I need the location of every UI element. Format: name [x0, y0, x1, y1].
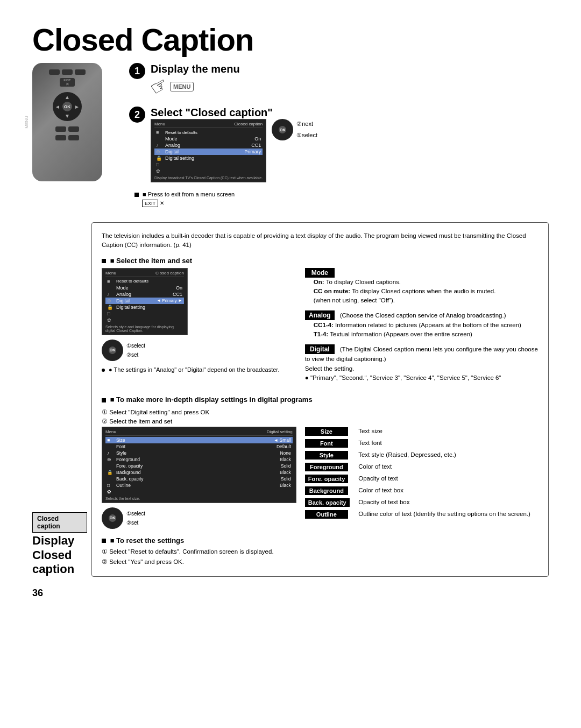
reset-title: ■ To reset the settings	[102, 536, 539, 545]
setting-row-background: Background Color of text box	[305, 486, 539, 498]
bullet-dot-icon	[102, 369, 105, 372]
set-label-3: ②set	[126, 520, 145, 526]
mode-mute-text: CC on mute: To display Closed captions w…	[314, 287, 539, 296]
setting-row-style: Style Text style (Raised, Depressed, etc…	[305, 450, 539, 462]
analog-label: Analog	[305, 310, 335, 320]
reset-step-2: ② Select "Yes" and press OK.	[102, 557, 539, 568]
font-desc: Text font	[358, 439, 539, 450]
step-1-row: 1 Display the menu ☞ MENU	[129, 63, 549, 98]
digital-menu-row: ■Size◄ Small	[105, 437, 293, 443]
setting-row-outline: Outline Outline color of text (Identify …	[305, 510, 539, 521]
reset-steps: ① Select "Reset to defaults". Confirmati…	[102, 547, 539, 568]
t14-desc: Textual information (Appears over the en…	[330, 331, 472, 337]
bullet-icon	[102, 259, 106, 263]
sidebar-title-line2: Closed	[32, 548, 87, 562]
menu-header-right: Closed caption	[234, 122, 263, 126]
two-col-layout: Menu Closed caption ■Reset to defaults M…	[102, 268, 539, 388]
back-opacity-desc: Opacity of text box	[358, 498, 539, 510]
nav-row-3: OK ①select ②set	[102, 507, 296, 529]
remote-button	[68, 135, 79, 140]
digital-menu: Menu Digital setting ■Size◄ Small FontDe…	[102, 427, 296, 503]
reset-title-text: ■ To reset the settings	[110, 536, 185, 545]
digital-step2: ② Select the item and set	[102, 417, 539, 426]
remote-button	[49, 69, 60, 75]
nav-labels-2: ①select ②set	[126, 343, 145, 358]
t14-label: T1-4:	[314, 331, 328, 337]
remote-button	[75, 69, 86, 75]
exit-button-remote: EXIT ✕	[60, 78, 75, 87]
left-panel: Menu Closed caption ■Reset to defaults M…	[102, 268, 296, 374]
digital-menu-table: ■Size◄ Small FontDefault ♪StyleNone ⊕For…	[105, 437, 293, 495]
menu-header-right: Closed caption	[155, 271, 184, 275]
style-desc: Text style (Raised, Depressed, etc.)	[358, 450, 539, 462]
remote-button	[55, 126, 66, 132]
digital-menu-row: □OutlineBlack	[105, 482, 293, 489]
mode-label: Mode	[305, 268, 335, 278]
ok-button: OK	[62, 102, 72, 111]
sidebar-title-line3: caption	[32, 562, 87, 576]
analog-desc: (Choose the Closed caption service of An…	[340, 312, 506, 319]
select-item-menu: Menu Closed caption ■Reset to defaults M…	[102, 268, 188, 335]
menu-hand-icon: ☞ MENU	[151, 75, 240, 98]
dpad: ▲ ▼ ◄ ► OK	[53, 92, 82, 121]
page-title: Closed Caption	[32, 22, 549, 58]
nav-row: OK ②next ①select	[272, 119, 317, 140]
page-number-area: 36	[32, 588, 549, 599]
bullet-icon-2	[102, 398, 106, 402]
digital-block: Digital (The Digital Closed caption menu…	[305, 344, 539, 383]
digital-menu-header-left: Menu	[105, 429, 116, 434]
mode-on-text: On: To display Closed captions.	[314, 278, 539, 287]
digital-left: Menu Digital setting ■Size◄ Small FontDe…	[102, 427, 296, 529]
digital-programs-title-text: ■ To make more in-depth display settings…	[110, 395, 313, 404]
digital-label: Digital	[305, 344, 335, 354]
bullet-icon	[134, 193, 139, 197]
exit-badge: EXIT	[142, 200, 158, 207]
mode-mute-label: CC on mute:	[314, 288, 350, 294]
background-desc: Color of text box	[358, 486, 539, 498]
nav-ok: OK	[279, 126, 286, 133]
select-info: ②next ①select	[296, 121, 317, 139]
step2-menu: Menu Closed caption ■Reset to defaults M…	[151, 119, 266, 182]
menu-screen: Menu Closed caption ■Reset to defaults M…	[151, 119, 266, 182]
select-item-table: ■Reset to defaults ModeOn ♪AnalogCC1 ⊕Di…	[105, 278, 184, 323]
mode-mute-desc: To display Closed captions when the audi…	[352, 288, 495, 294]
digital-menu-header: Menu Digital setting	[105, 429, 293, 436]
cc14-desc: Information related to pictures (Appears…	[335, 322, 521, 328]
setting-row-back-opacity: Back. opacity Opacity of text box	[305, 498, 539, 510]
fore-opacity-desc: Opacity of text	[358, 474, 539, 486]
press-exit-note: ■ Press to exit from a menu screen EXIT …	[134, 191, 549, 206]
mode-desc: On: To display Closed captions. CC on mu…	[314, 278, 539, 306]
cc14-text: CC1-4: Information related to pictures (…	[314, 321, 539, 330]
step-1-label: Display the menu	[151, 63, 240, 75]
menu-table: ■Reset to defaults ModeOn ♪AnalogCC1 ⊕Di…	[154, 129, 263, 174]
left-sidebar: Closed caption Display Closed caption	[32, 217, 91, 577]
mode-note: (when not using, select "Off").	[314, 296, 539, 305]
setting-row-font: Font Text font	[305, 439, 539, 450]
menu-row: ■Reset to defaults	[105, 278, 184, 285]
sidebar-badge: Closed caption	[32, 512, 87, 533]
select-label: ①select	[296, 132, 317, 139]
digital-menu-footer: Selects the text size.	[105, 497, 293, 500]
exit-label-small: EXIT ✕	[142, 200, 549, 206]
foreground-label: Foreground	[305, 463, 348, 471]
digital-select: Select the setting.	[305, 364, 539, 373]
digital-programs-title: ■ To make more in-depth display settings…	[102, 395, 539, 404]
menu-row: ♪AnalogCC1	[105, 291, 184, 298]
info-intro: The television includes a built-in decod…	[102, 231, 539, 250]
menu-header-left: Menu	[154, 122, 165, 126]
select-item-footer: Selects style and language for displayin…	[105, 325, 184, 333]
menu-header-left: Menu	[105, 271, 116, 275]
background-label: Background	[305, 486, 348, 495]
reset-step-1: ① Select "Reset to defaults". Confirmati…	[102, 547, 539, 557]
remote-button	[68, 126, 79, 132]
nav-dpad-2: OK	[102, 340, 123, 361]
nav-row-2: OK ①select ②set	[102, 340, 296, 361]
analog-block: Analog (Choose the Closed caption servic…	[305, 310, 539, 339]
dpad-down-icon: ▼	[65, 113, 70, 119]
analog-bullet-text: ● The settings in "Analog" or "Digital" …	[109, 366, 279, 373]
style-label: Style	[305, 451, 348, 460]
menu-row: ModeOn	[105, 285, 184, 291]
select-set-title-text: ■ Select the item and set	[110, 257, 192, 265]
nav-dpad-3: OK	[102, 507, 123, 529]
step-2-circle: 2	[129, 107, 145, 123]
